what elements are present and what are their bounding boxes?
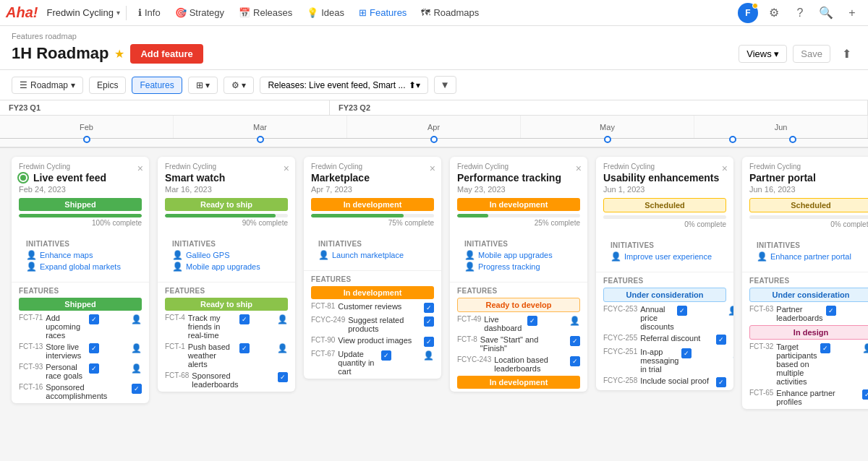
feature-checkbox[interactable]: ✓ <box>570 336 580 346</box>
nav-releases[interactable]: 📅 Releases <box>233 4 298 21</box>
feature-item[interactable]: FCT-1 Push based weather alerts ✓ 👤 <box>158 342 295 369</box>
feature-text: Include social proof <box>640 376 713 385</box>
settings-icon[interactable]: ⚙ <box>764 3 784 23</box>
feature-checkbox[interactable]: ✓ <box>570 356 580 366</box>
initiative-label: Mobile app upgrades <box>186 262 260 271</box>
feature-item[interactable]: FCYC-243 Location based leaderboards ✓ <box>450 356 587 373</box>
feature-item[interactable]: FCYC-255 Referral discount ✓ <box>596 334 733 345</box>
releases-filter[interactable]: Releases: Live event feed, Smart ... ⬆▾ <box>260 77 427 94</box>
feature-item[interactable]: FCT-81 Customer reviews ✓ <box>304 302 441 313</box>
feature-checkbox[interactable]: ✓ <box>89 343 99 353</box>
card-workspace: Fredwin Cycling <box>603 163 726 171</box>
cards-area: Fredwin Cycling × Live event feed Feb 24… <box>0 148 868 437</box>
feature-checkbox[interactable]: ✓ <box>89 314 99 324</box>
feature-checkbox[interactable]: ✓ <box>862 389 868 400</box>
close-icon[interactable]: × <box>430 163 435 174</box>
releases-icon: 📅 <box>239 7 250 18</box>
feature-item[interactable]: FCT-8 Save "Start" and "Finish" ✓ <box>450 335 587 353</box>
close-icon[interactable]: × <box>722 163 728 174</box>
feature-checkbox[interactable]: ✓ <box>424 303 434 313</box>
initiative-item[interactable]: 👤 Launch marketplace <box>311 250 434 260</box>
add-feature-button[interactable]: Add feature <box>130 44 203 64</box>
add-icon[interactable]: + <box>842 3 862 23</box>
feature-status-icon: 👤 <box>131 314 142 324</box>
nav-strategy[interactable]: 🎯 Strategy <box>169 4 230 21</box>
feature-item[interactable]: FCT-71 Add upcoming races ✓ 👤 <box>12 314 149 340</box>
feature-checkbox[interactable]: ✓ <box>278 372 288 382</box>
feature-checkbox[interactable]: ✓ <box>820 343 830 353</box>
help-icon[interactable]: ? <box>790 3 810 23</box>
card-workspace: Fredwin Cycling <box>165 163 288 171</box>
view-toggle-button[interactable]: ⊞ ▾ <box>188 77 218 94</box>
epics-button[interactable]: Epics <box>89 77 126 94</box>
funnel-button[interactable]: ▼ <box>434 76 456 94</box>
initiative-item[interactable]: 👤 Mobile app upgrades <box>165 262 288 272</box>
feature-id: FCT-81 <box>311 302 335 310</box>
feature-checkbox[interactable]: ✓ <box>239 343 250 353</box>
feature-id: FCT-16 <box>19 383 43 391</box>
initiative-item[interactable]: 👤 Expand global markets <box>19 262 142 272</box>
features-label: Features <box>742 277 868 285</box>
nav-ideas[interactable]: 💡 Ideas <box>301 4 350 21</box>
feature-checkbox[interactable]: ✓ <box>716 335 726 345</box>
save-button[interactable]: Save <box>793 45 830 63</box>
share-icon[interactable]: ⬆ <box>836 43 856 64</box>
feature-item[interactable]: FCT-49 Live dashboard ✓ 👤 <box>450 315 587 332</box>
feature-checkbox[interactable]: ✓ <box>239 314 250 324</box>
star-icon[interactable]: ★ <box>114 47 124 61</box>
feature-checkbox[interactable]: ✓ <box>424 337 434 347</box>
feature-checkbox[interactable]: ✓ <box>132 384 142 394</box>
close-icon[interactable]: × <box>576 163 582 174</box>
initiatives-label: Initiatives <box>603 241 726 249</box>
progress-fill <box>165 214 276 217</box>
card-header: Fredwin Cycling × Live event feed Feb 24… <box>12 157 149 236</box>
nav-right: F ⚙ ? 🔍 + <box>738 3 862 23</box>
initiative-item[interactable]: 👤 Enhance maps <box>19 250 142 260</box>
nav-info[interactable]: ℹ Info <box>132 4 166 21</box>
feature-item[interactable]: FCT-65 Enhance partner profiles ✓ <box>742 389 868 406</box>
feature-item[interactable]: FCT-63 Partner leaderboards ✓ 👤 <box>742 305 868 322</box>
initiative-item[interactable]: 👤 Progress tracking <box>457 262 580 272</box>
close-icon[interactable]: × <box>137 163 143 174</box>
roadmap-button[interactable]: ☰ Roadmap ▾ <box>12 77 83 94</box>
feature-item[interactable]: FCT-90 View product images ✓ <box>304 336 441 347</box>
feature-item[interactable]: FCT-93 Personal race goals ✓ 👤 <box>12 363 149 380</box>
search-icon[interactable]: 🔍 <box>816 3 836 23</box>
avatar[interactable]: F <box>738 3 758 23</box>
feature-text: Target participants based on multiple ac… <box>776 342 817 386</box>
feature-checkbox[interactable]: ✓ <box>681 348 692 358</box>
feature-item[interactable]: FCT-68 Sponsored leaderboards ✓ <box>158 371 295 389</box>
feature-checkbox[interactable]: ✓ <box>89 363 99 374</box>
feature-item[interactable]: FCT-67 Update quantity in cart ✓ 👤 <box>304 350 441 376</box>
feature-item[interactable]: FCT-4 Track my friends in real-time ✓ 👤 <box>158 314 295 340</box>
initiative-item[interactable]: 👤 Enhance partner portal <box>749 251 868 262</box>
feature-checkbox[interactable]: ✓ <box>677 306 687 316</box>
features-button[interactable]: Features <box>132 77 182 94</box>
nav-roadmaps[interactable]: 🗺 Roadmaps <box>415 4 485 21</box>
feature-item[interactable]: FCYC-253 Annual price discounts ✓ 👤 <box>596 305 733 331</box>
settings-button[interactable]: ⚙ ▾ <box>224 77 254 94</box>
feature-item[interactable]: FCYC-258 Include social proof ✓ <box>596 376 733 387</box>
nav-features[interactable]: ⊞ Features <box>353 4 412 21</box>
views-button[interactable]: Views ▾ <box>739 45 787 63</box>
initiative-item[interactable]: 👤 Mobile app upgrades <box>457 250 580 260</box>
status-badge: In development <box>311 198 434 211</box>
workspace-selector[interactable]: Fredwin Cycling ▾ <box>46 7 119 18</box>
feature-checkbox[interactable]: ✓ <box>527 316 537 326</box>
progress-bar <box>749 215 868 219</box>
close-icon[interactable]: × <box>284 163 289 174</box>
feature-id: FCT-63 <box>749 305 773 313</box>
quarter-row: FY23 Q1 FY23 Q2 <box>0 100 868 116</box>
feature-item[interactable]: FCYC-251 In-app messaging in trial ✓ 👤 <box>596 348 733 374</box>
feature-item[interactable]: FCT-32 Target participants based on mult… <box>742 342 868 386</box>
feature-checkbox[interactable]: ✓ <box>716 377 726 387</box>
feature-item[interactable]: FCT-16 Sponsored accomplishments ✓ <box>12 383 149 400</box>
feature-checkbox[interactable]: ✓ <box>826 306 836 316</box>
initiative-item[interactable]: 👤 Galileo GPS <box>165 250 288 260</box>
feature-checkbox[interactable]: ✓ <box>381 350 391 361</box>
initiative-item[interactable]: 👤 Improve user experience <box>603 251 726 262</box>
feature-item[interactable]: FCT-13 Store live interviews ✓ 👤 <box>12 342 149 360</box>
feature-checkbox[interactable]: ✓ <box>424 316 434 327</box>
feature-item[interactable]: FCYC-249 Suggest related products ✓ <box>304 316 441 333</box>
release-card-3: Fredwin Cycling × Performance tracking M… <box>450 157 587 392</box>
